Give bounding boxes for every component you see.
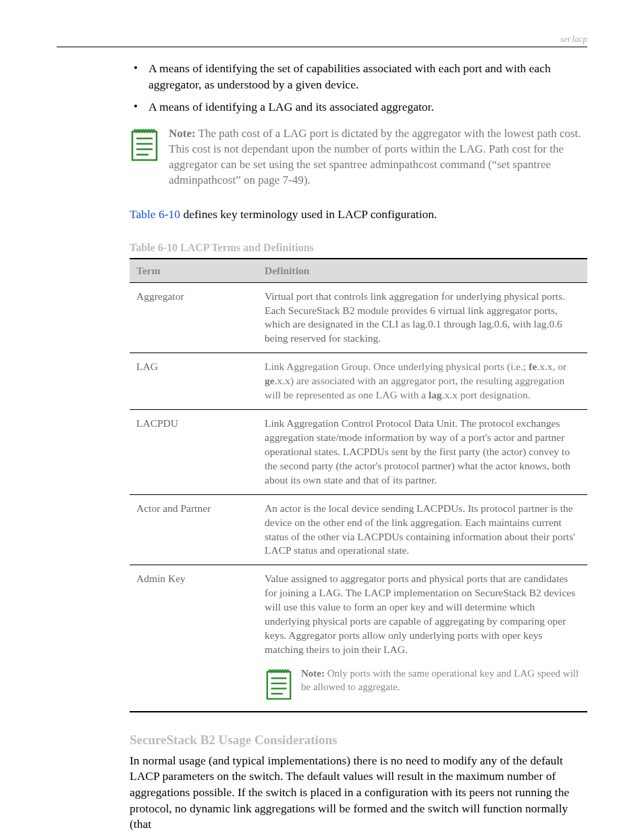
usage-paragraph: In normal usage (and typical implementat… bbox=[130, 753, 587, 833]
definition-bold: lag bbox=[429, 389, 442, 400]
term-cell: Admin Key bbox=[130, 565, 258, 712]
bullet-item: A means of identifying a LAG and its ass… bbox=[130, 99, 587, 115]
table-row: Aggregator Virtual port that controls li… bbox=[130, 282, 587, 353]
definition-cell: Link Aggregation Group. Once underlying … bbox=[258, 353, 587, 410]
definition-bold: ge bbox=[265, 375, 275, 386]
definition-cell: Value assigned to aggregator ports and p… bbox=[258, 565, 587, 712]
bullet-item: A means of identifying the set of capabi… bbox=[130, 61, 587, 93]
note-icon bbox=[130, 126, 159, 164]
table-row: LACPDU Link Aggregation Control Protocol… bbox=[130, 410, 587, 495]
note-text: The path cost of a LAG port is dictated … bbox=[169, 127, 581, 186]
inner-note-body: Note: Only ports with the same operation… bbox=[301, 667, 581, 694]
section-heading: SecureStack B2 Usage Considerations bbox=[130, 733, 587, 748]
intro-rest: defines key terminology used in LACP con… bbox=[180, 207, 437, 221]
terms-table: Table 6-10 LACP Terms and Definitions Te… bbox=[130, 242, 587, 712]
definition-cell: An actor is the local device sending LAC… bbox=[258, 494, 587, 565]
intro-paragraph: Table 6-10 defines key terminology used … bbox=[130, 207, 587, 221]
page-header: set lacp bbox=[57, 38, 587, 47]
definition-text: Virtual port that controls link aggregat… bbox=[265, 290, 565, 344]
definition-prefix: Link Aggregation Group. Once underlying … bbox=[265, 361, 529, 372]
table-caption: Table 6-10 LACP Terms and Definitions bbox=[130, 242, 587, 258]
table-link[interactable]: Table 6-10 bbox=[130, 207, 180, 221]
table-header-row: Term Definition bbox=[130, 259, 587, 283]
table-row: LAG Link Aggregation Group. Once underly… bbox=[130, 353, 587, 410]
definition-text: Value assigned to aggregator ports and p… bbox=[265, 572, 581, 657]
inner-note-text: Only ports with the same operational key… bbox=[301, 668, 579, 692]
table-header-term: Term bbox=[130, 259, 258, 283]
definition-bold: fe bbox=[529, 361, 537, 372]
note-callout: Note: The path cost of a LAG port is dic… bbox=[130, 126, 587, 188]
note-icon bbox=[265, 667, 293, 704]
definition-cell: Link Aggregation Control Protocol Data U… bbox=[258, 410, 587, 495]
header-right-text: set lacp bbox=[560, 34, 587, 45]
definition-rest: .x.x, or bbox=[537, 361, 566, 372]
term-cell: LAG bbox=[130, 353, 258, 410]
bullet-list: A means of identifying the set of capabi… bbox=[130, 61, 587, 115]
note-label: Note: bbox=[169, 127, 196, 140]
term-cell: Actor and Partner bbox=[130, 494, 258, 565]
inner-note: Note: Only ports with the same operation… bbox=[265, 667, 581, 704]
term-cell: Aggregator bbox=[130, 282, 258, 353]
note-body: Note: The path cost of a LAG port is dic… bbox=[169, 126, 587, 188]
term-cell: LACPDU bbox=[130, 410, 258, 495]
table-row: Admin Key Value assigned to aggregator p… bbox=[130, 565, 587, 712]
definition-cell: Virtual port that controls link aggregat… bbox=[258, 282, 587, 353]
table-header-definition: Definition bbox=[258, 259, 587, 283]
definition-rest3: .x.x port designation. bbox=[442, 389, 531, 400]
table-row: Actor and Partner An actor is the local … bbox=[130, 494, 587, 565]
inner-note-label: Note: bbox=[301, 668, 325, 679]
